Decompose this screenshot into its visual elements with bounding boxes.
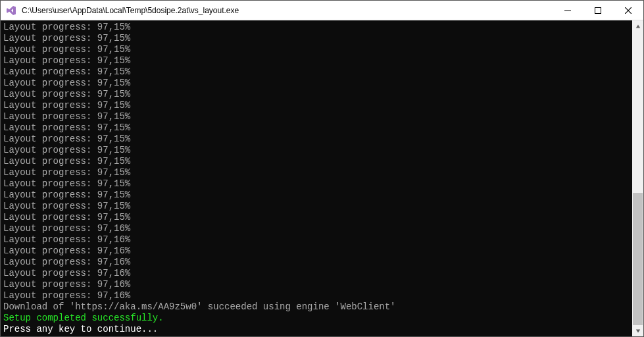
minimize-button[interactable] <box>553 1 583 20</box>
vertical-scrollbar[interactable] <box>632 20 643 336</box>
svg-rect-0 <box>564 10 571 11</box>
terminal-line: Layout progress: 97,15% <box>3 111 630 122</box>
terminal-area: Layout progress: 97,15%Layout progress: … <box>1 20 643 336</box>
maximize-button[interactable] <box>583 1 613 20</box>
terminal-line: Layout progress: 97,15% <box>3 190 630 201</box>
terminal-line: Layout progress: 97,16% <box>3 234 630 246</box>
terminal-line: Layout progress: 97,15% <box>3 167 630 178</box>
terminal-line: Download of 'https://aka.ms/AA9z5w0' suc… <box>3 301 630 313</box>
terminal-line: Setup completed successfully. <box>3 313 630 324</box>
svg-rect-1 <box>595 7 601 13</box>
terminal-line: Layout progress: 97,15% <box>3 100 630 111</box>
terminal-line: Layout progress: 97,15% <box>3 55 630 66</box>
terminal-line: Layout progress: 97,16% <box>3 268 630 279</box>
titlebar[interactable]: C:\Users\user\AppData\Local\Temp\5dosipe… <box>1 1 643 20</box>
terminal-line: Layout progress: 97,15% <box>3 66 630 78</box>
terminal-line: Layout progress: 97,15% <box>3 156 630 167</box>
terminal-line: Layout progress: 97,15% <box>3 145 630 156</box>
terminal-line: Layout progress: 97,15% <box>3 178 630 190</box>
terminal-line: Layout progress: 97,15% <box>3 212 630 223</box>
terminal-line: Layout progress: 97,15% <box>3 22 630 33</box>
terminal-line: Layout progress: 97,15% <box>3 44 630 55</box>
terminal-line: Layout progress: 97,15% <box>3 33 630 44</box>
terminal-output[interactable]: Layout progress: 97,15%Layout progress: … <box>1 20 632 336</box>
terminal-line: Layout progress: 97,16% <box>3 279 630 290</box>
scroll-up-button[interactable] <box>632 20 643 32</box>
terminal-line: Layout progress: 97,15% <box>3 122 630 134</box>
terminal-line: Layout progress: 97,16% <box>3 290 630 301</box>
terminal-line: Layout progress: 97,16% <box>3 257 630 268</box>
console-window: C:\Users\user\AppData\Local\Temp\5dosipe… <box>0 0 644 337</box>
terminal-line: Layout progress: 97,16% <box>3 223 630 234</box>
terminal-line: Layout progress: 97,16% <box>3 246 630 257</box>
terminal-line: Layout progress: 97,15% <box>3 89 630 100</box>
close-button[interactable] <box>613 1 643 20</box>
terminal-line: Layout progress: 97,15% <box>3 134 630 145</box>
window-title: C:\Users\user\AppData\Local\Temp\5dosipe… <box>22 6 553 15</box>
scroll-thumb[interactable] <box>633 193 643 325</box>
visual-studio-icon <box>6 5 16 16</box>
scroll-down-button[interactable] <box>632 325 643 336</box>
scroll-track[interactable] <box>632 32 643 325</box>
terminal-line: Press any key to continue... <box>3 324 630 335</box>
terminal-line: Layout progress: 97,15% <box>3 78 630 89</box>
window-controls <box>553 1 643 20</box>
terminal-line: Layout progress: 97,15% <box>3 201 630 212</box>
